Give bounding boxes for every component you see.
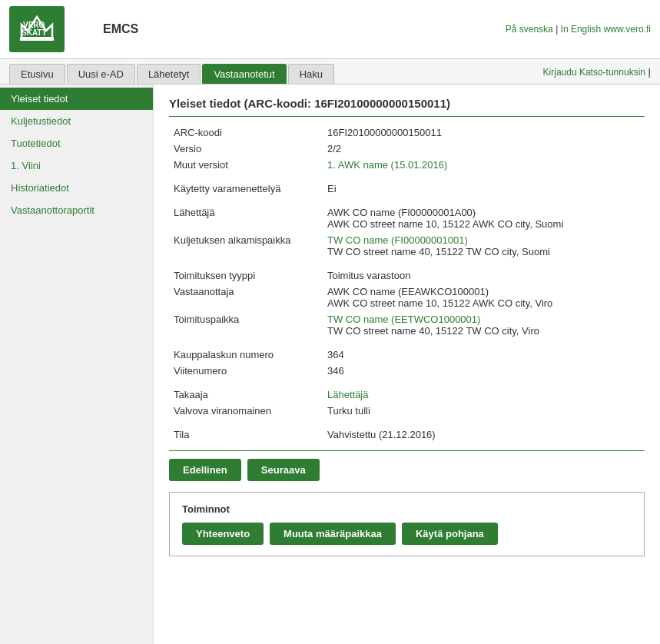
sidebar-item-historiatiedot[interactable]: Historiatiedot (0, 177, 153, 199)
field-value: Vahvistettu (21.12.2016) (323, 427, 645, 443)
field-value: 1. AWK name (15.01.2016) (323, 157, 645, 173)
field-value: 346 (323, 363, 645, 379)
field-link[interactable]: TW CO name (FI00000001001) (327, 234, 468, 246)
field-label: Tila (169, 427, 323, 443)
sidebar-item-tuotetiedot[interactable]: Tuotetiedot (0, 132, 153, 154)
field-label: Käytetty varamenettelyä (169, 181, 323, 197)
field-value: Turku tulli (323, 403, 645, 419)
nav-tabs: EtusivuUusi e-ADLähetetytVastaanotetutHa… (9, 59, 334, 84)
english-link[interactable]: In English (561, 24, 602, 35)
field-label: Versio (169, 141, 323, 157)
svg-text:SKATT: SKATT (22, 28, 47, 37)
sidebar-item-vastaanottoraportit[interactable]: Vastaanottoraportit (0, 199, 153, 221)
field-label: Vastaanottaja (169, 284, 323, 311)
nav-tab-etusivu[interactable]: Etusivu (9, 64, 65, 84)
toiminnot-btn-käytä-pohjana[interactable]: Käytä pohjana (402, 523, 498, 545)
field-value: TW CO name (EETWCO1000001)TW CO street n… (323, 311, 645, 339)
field-label: Takaaja (169, 387, 323, 403)
toiminnot-btn-yhteenveto[interactable]: Yhteenveto (182, 523, 264, 545)
field-value: TW CO name (FI00000001001)TW CO street n… (323, 232, 645, 260)
svenska-link[interactable]: På svenska (506, 24, 553, 35)
field-label: ARC-koodi (169, 124, 323, 141)
toiminnot-title: Toiminnot (182, 503, 632, 515)
sidebar-item-kuljetustiedot[interactable]: Kuljetustiedot (0, 110, 153, 132)
field-value: AWK CO name (FI00000001A00)AWK CO street… (323, 204, 645, 232)
field-value: Lähettäjä (323, 387, 645, 403)
field-value: 2/2 (323, 141, 645, 157)
sidebar-item-yleiset-tiedot[interactable]: Yleiset tiedot (0, 88, 153, 110)
login-area: Kirjaudu Katso-tunnuksin | (543, 66, 651, 78)
field-value: 364 (323, 347, 645, 363)
toiminnot-box: Toiminnot YhteenvetoMuuta määräpaikkaaKä… (169, 492, 645, 556)
next-button[interactable]: Seuraava (247, 459, 320, 481)
main-layout: Yleiset tiedotKuljetustiedotTuotetiedot1… (0, 85, 660, 644)
lang-links: På svenska | In English www.vero.fi (506, 24, 651, 35)
nav-tab-lähetetyt[interactable]: Lähetetyt (137, 64, 201, 84)
field-label: Valvova viranomainen (169, 403, 323, 419)
toiminnot-btns: YhteenvetoMuuta määräpaikkaaKäytä pohjan… (182, 523, 632, 545)
field-label: Kauppalaskun numero (169, 347, 323, 363)
info-table: ARC-koodi16FI20100000000150011Versio2/2M… (169, 124, 645, 443)
section-divider (169, 450, 645, 451)
field-value: 16FI20100000000150011 (323, 124, 645, 141)
btn-row: Edellinen Seuraava (169, 459, 645, 481)
nav-bar: EtusivuUusi e-ADLähetetytVastaanotetutHa… (0, 59, 660, 85)
field-link[interactable]: TW CO name (EETWCO1000001) (327, 314, 480, 325)
nav-tab-vastaanotetut[interactable]: Vastaanotetut (202, 64, 286, 84)
field-value: Toimitus varastoon (323, 267, 645, 284)
login-link[interactable]: Kirjaudu Katso-tunnuksin (543, 67, 645, 81)
field-label: Lähettäjä (169, 204, 323, 232)
logo-box: VERO SKATT (9, 6, 65, 52)
prev-button[interactable]: Edellinen (169, 459, 241, 481)
content-area: Yleiset tiedot (ARC-koodi: 16FI201000000… (154, 85, 660, 644)
toiminnot-btn-muuta-määräpaikkaa[interactable]: Muuta määräpaikkaa (270, 523, 396, 545)
sidebar-item-1-viini[interactable]: 1. Viini (0, 154, 153, 177)
www-link[interactable]: www.vero.fi (604, 24, 651, 35)
sidebar: Yleiset tiedotKuljetustiedotTuotetiedot1… (0, 85, 154, 644)
field-label: Kuljetuksen alkamispaikka (169, 232, 323, 260)
nav-tab-uusi-e-ad[interactable]: Uusi e-AD (67, 64, 135, 84)
logo-area: VERO SKATT (9, 6, 65, 52)
field-link[interactable]: 1. AWK name (15.01.2016) (327, 159, 447, 171)
field-value: Ei (323, 181, 645, 197)
field-label: Viitenumero (169, 363, 323, 379)
field-label: Toimituspaikka (169, 311, 323, 339)
page-title: Yleiset tiedot (ARC-koodi: 16FI201000000… (169, 97, 645, 117)
field-value: AWK CO name (EEAWKCO100001)AWK CO street… (323, 284, 645, 311)
field-label: Muut versiot (169, 157, 323, 173)
nav-tab-haku[interactable]: Haku (288, 64, 334, 84)
svg-rect-2 (20, 37, 54, 41)
field-label: Toimituksen tyyppi (169, 267, 323, 284)
header: VERO SKATT EMCS På svenska | In English … (0, 0, 660, 59)
app-name: EMCS (103, 22, 138, 36)
